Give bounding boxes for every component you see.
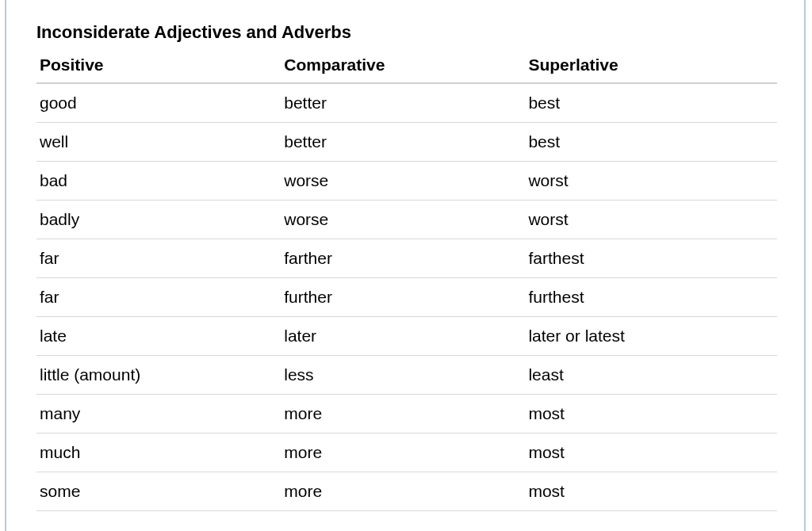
table-row: good better best: [36, 83, 777, 123]
table-row: badly worse worst: [36, 201, 777, 239]
cell-positive: far: [36, 278, 281, 317]
header-positive: Positive: [36, 51, 281, 83]
cell-superlative: least: [525, 356, 777, 395]
table-row: far farther farthest: [36, 239, 777, 278]
cell-comparative: worse: [281, 162, 525, 201]
page-title: Inconsiderate Adjectives and Adverbs: [36, 22, 777, 43]
cell-superlative: most: [525, 434, 777, 472]
cell-positive: late: [36, 317, 281, 356]
cell-comparative: more: [281, 395, 525, 434]
cell-positive: some: [36, 472, 281, 511]
cell-superlative: worst: [525, 162, 777, 201]
cell-comparative: better: [281, 83, 525, 123]
document-frame: Inconsiderate Adjectives and Adverbs Pos…: [5, 0, 806, 531]
cell-superlative: most: [525, 395, 777, 434]
cell-positive: little (amount): [36, 356, 281, 395]
cell-positive: many: [36, 395, 281, 434]
table-row: well better best: [36, 123, 777, 162]
table-row: late later later or latest: [36, 317, 777, 356]
adjectives-table: Positive Comparative Superlative good be…: [36, 51, 777, 511]
table-row: many more most: [36, 395, 777, 434]
cell-superlative: later or latest: [525, 317, 777, 356]
cell-superlative: worst: [525, 201, 777, 239]
table-row: much more most: [36, 434, 777, 472]
table-body: good better best well better best bad wo…: [36, 83, 777, 511]
header-comparative: Comparative: [281, 51, 525, 83]
cell-superlative: farthest: [525, 239, 777, 278]
table-header-row: Positive Comparative Superlative: [36, 51, 777, 83]
cell-superlative: best: [525, 83, 777, 123]
cell-comparative: worse: [281, 201, 525, 239]
cell-comparative: more: [281, 472, 525, 511]
header-superlative: Superlative: [525, 51, 777, 83]
cell-superlative: most: [525, 472, 777, 511]
cell-comparative: less: [281, 356, 525, 395]
cell-comparative: further: [281, 278, 525, 317]
cell-positive: well: [36, 123, 281, 162]
table-row: far further furthest: [36, 278, 777, 317]
cell-comparative: later: [281, 317, 525, 356]
table-row: little (amount) less least: [36, 356, 777, 395]
cell-positive: bad: [36, 162, 281, 201]
cell-comparative: better: [281, 123, 525, 162]
table-row: some more most: [36, 472, 777, 511]
cell-superlative: furthest: [525, 278, 777, 317]
cell-comparative: more: [281, 434, 525, 472]
cell-comparative: farther: [281, 239, 525, 278]
cell-positive: far: [36, 239, 281, 278]
cell-positive: much: [36, 434, 281, 472]
cell-superlative: best: [525, 123, 777, 162]
cell-positive: good: [36, 83, 281, 123]
table-row: bad worse worst: [36, 162, 777, 201]
cell-positive: badly: [36, 201, 281, 239]
